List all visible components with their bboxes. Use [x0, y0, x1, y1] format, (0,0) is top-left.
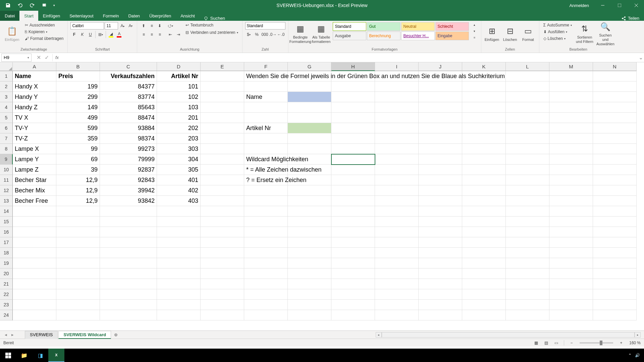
cell-I8[interactable] [375, 144, 419, 154]
sheet-tab-0[interactable]: SVERWEIS [25, 331, 58, 339]
cell-H10[interactable] [331, 165, 375, 175]
cell-D22[interactable] [157, 289, 201, 300]
cell-N4[interactable] [593, 102, 637, 113]
cell-G15[interactable] [288, 217, 331, 227]
cell-K6[interactable] [462, 123, 506, 133]
decrease-font-button[interactable]: A▾ [127, 22, 134, 29]
cell-B21[interactable] [56, 279, 100, 289]
cell-J2[interactable] [419, 81, 462, 92]
col-header-H[interactable]: H [331, 62, 375, 71]
cell-C2[interactable]: 84377 [100, 81, 157, 92]
increase-font-button[interactable]: A▴ [119, 22, 126, 29]
cell-C12[interactable]: 39942 [100, 185, 157, 196]
cell-J10[interactable] [419, 165, 462, 175]
cell-F21[interactable] [244, 279, 288, 289]
zoom-out-button[interactable]: − [567, 340, 576, 346]
sheet-nav-prev[interactable]: ◂ [3, 332, 9, 338]
col-header-C[interactable]: C [100, 62, 157, 71]
cell-G4[interactable] [288, 102, 331, 113]
row-header-4[interactable]: 4 [0, 102, 13, 113]
cell-J16[interactable] [419, 227, 462, 237]
cell-J5[interactable] [419, 113, 462, 123]
cell-D16[interactable] [157, 227, 201, 237]
cell-A24[interactable] [13, 310, 56, 320]
cell-L11[interactable] [506, 175, 549, 185]
cell-L17[interactable] [506, 237, 549, 248]
cell-L10[interactable] [506, 165, 549, 175]
conditional-formatting-button[interactable]: ▦Bedingte Formatierung [291, 22, 310, 46]
col-header-K[interactable]: K [462, 62, 506, 71]
cell-I21[interactable] [375, 279, 419, 289]
tab-start[interactable]: Start [19, 11, 38, 21]
cell-G12[interactable] [288, 185, 331, 196]
cell-A3[interactable]: Handy Y [13, 92, 56, 102]
sheet-nav-next[interactable]: ▸ [9, 332, 15, 338]
cell-N19[interactable] [593, 258, 637, 268]
cell-E15[interactable] [201, 217, 244, 227]
cell-A4[interactable]: Handy Z [13, 102, 56, 113]
cell-K13[interactable] [462, 196, 506, 206]
cell-M24[interactable] [549, 310, 593, 320]
cell-A6[interactable]: TV-Y [13, 123, 56, 133]
cell-J22[interactable] [419, 289, 462, 300]
decrease-indent-button[interactable]: ⇤ [167, 31, 174, 38]
cell-D2[interactable]: 101 [157, 81, 201, 92]
expand-formula-bar-button[interactable]: ⌄ [637, 54, 644, 61]
cell-K9[interactable] [462, 154, 506, 165]
cell-M23[interactable] [549, 300, 593, 310]
cell-G10[interactable] [288, 165, 331, 175]
cell-A18[interactable] [13, 248, 56, 258]
cell-A23[interactable] [13, 300, 56, 310]
cell-C1[interactable]: Verkaufszahlen [100, 71, 157, 81]
autosum-button[interactable]: ΣAutoSumme▾ [542, 22, 573, 28]
tab-einfügen[interactable]: Einfügen [38, 11, 65, 21]
cell-L21[interactable] [506, 279, 549, 289]
cell-H5[interactable] [331, 113, 375, 123]
cell-H4[interactable] [331, 102, 375, 113]
cell-G3[interactable] [288, 92, 331, 102]
cell-K19[interactable] [462, 258, 506, 268]
quickprint-button[interactable] [40, 1, 49, 10]
row-header-8[interactable]: 8 [0, 144, 13, 154]
cell-L18[interactable] [506, 248, 549, 258]
cell-I20[interactable] [375, 268, 419, 279]
cell-L9[interactable] [506, 154, 549, 165]
bold-button[interactable]: F [70, 31, 78, 38]
cell-M7[interactable] [549, 133, 593, 144]
cell-style-2[interactable]: Neutral [401, 22, 435, 31]
accounting-format-button[interactable]: $▾ [245, 31, 253, 38]
merge-center-button[interactable]: ⊟Verbinden und zentrieren▾ [184, 29, 239, 36]
cell-H22[interactable] [331, 289, 375, 300]
cell-H14[interactable] [331, 206, 375, 217]
align-left-button[interactable]: ≡ [140, 31, 147, 38]
cell-J7[interactable] [419, 133, 462, 144]
cell-M14[interactable] [549, 206, 593, 217]
cell-N24[interactable] [593, 310, 637, 320]
row-header-24[interactable]: 24 [0, 310, 13, 320]
cell-K5[interactable] [462, 113, 506, 123]
redo-button[interactable] [28, 1, 37, 10]
find-select-button[interactable]: 🔍Suchen und Auswählen [596, 22, 615, 46]
hscroll-track[interactable] [382, 332, 635, 338]
cell-B2[interactable]: 199 [56, 81, 100, 92]
cell-C14[interactable] [100, 206, 157, 217]
cell-B3[interactable]: 299 [56, 92, 100, 102]
cell-I4[interactable] [375, 102, 419, 113]
cell-J13[interactable] [419, 196, 462, 206]
clear-button[interactable]: ◇Löschen▾ [542, 36, 573, 42]
row-header-5[interactable]: 5 [0, 113, 13, 123]
cell-E19[interactable] [201, 258, 244, 268]
row-header-1[interactable]: 1 [0, 71, 13, 81]
cell-A14[interactable] [13, 206, 56, 217]
cell-F6[interactable]: Artikel Nr [244, 123, 288, 133]
row-header-17[interactable]: 17 [0, 237, 13, 248]
cell-I3[interactable] [375, 92, 419, 102]
cell-H18[interactable] [331, 248, 375, 258]
col-header-N[interactable]: N [593, 62, 637, 71]
cell-H3[interactable] [331, 92, 375, 102]
cell-E16[interactable] [201, 227, 244, 237]
cell-E23[interactable] [201, 300, 244, 310]
cell-F16[interactable] [244, 227, 288, 237]
cell-I2[interactable] [375, 81, 419, 92]
cell-B23[interactable] [56, 300, 100, 310]
